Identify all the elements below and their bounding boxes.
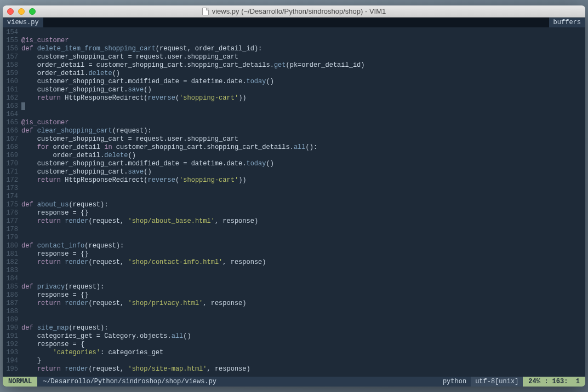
code-line[interactable] — [21, 267, 585, 275]
code-line[interactable]: def delete_item_from_shopping_cart(reque… — [21, 45, 585, 53]
code-line[interactable] — [21, 275, 585, 283]
code-line[interactable] — [21, 308, 585, 316]
token: response = { — [21, 341, 84, 348]
line-number: 155 — [4, 37, 18, 45]
line-number: 177 — [4, 217, 18, 226]
token: def — [21, 242, 37, 250]
code-line[interactable]: order_detail.delete() — [21, 70, 585, 78]
line-number: 179 — [4, 234, 18, 242]
token: order_detail — [49, 143, 104, 151]
code-line[interactable]: def contact_info(request): — [21, 242, 585, 250]
code-line[interactable]: return render(request, 'shop/contact-inf… — [21, 258, 585, 267]
line-number: 161 — [4, 86, 18, 94]
code-line[interactable]: customer_shopping_cart.save() — [21, 86, 585, 94]
token: customer_shopping_cart. — [21, 168, 128, 176]
code-line[interactable]: customer_shopping_cart = request.user.sh… — [21, 135, 585, 143]
line-number: 193 — [4, 349, 18, 357]
tabline-buffers[interactable]: buffers — [549, 18, 585, 27]
token: contact_info — [37, 242, 84, 250]
token: (request, order_detail_id): — [156, 45, 262, 53]
token: () — [183, 332, 191, 340]
line-number: 162 — [4, 94, 18, 102]
code-line[interactable]: @is_customer — [21, 37, 585, 45]
zoom-button[interactable] — [29, 8, 36, 15]
code-line[interactable]: order_detail.delete() — [21, 152, 585, 160]
line-number: 182 — [4, 258, 18, 267]
code-line[interactable] — [21, 316, 585, 324]
code-line[interactable]: return HttpResponseRedirect(reverse('sho… — [21, 94, 585, 102]
line-number: 169 — [4, 152, 18, 160]
code-line[interactable]: def privacy(request): — [21, 283, 585, 291]
token: def — [21, 45, 37, 53]
token: return — [37, 94, 61, 102]
token: 'shop/contact-info.html' — [128, 258, 222, 266]
minimize-button[interactable] — [18, 8, 25, 15]
code-line[interactable]: customer_shopping_cart.modified_date = d… — [21, 78, 585, 86]
editor-window: views.py (~/Desarrollo/Python/sindroshop… — [3, 5, 585, 387]
line-number: 175 — [4, 201, 18, 209]
line-number: 195 — [4, 365, 18, 373]
code-line[interactable]: order_detail = customer_shopping_cart.sh… — [21, 61, 585, 70]
token: () — [266, 78, 273, 85]
token: customer_shopping_cart.shopping_cart_det… — [112, 143, 294, 151]
token: (request): — [68, 201, 108, 209]
code-line[interactable] — [21, 193, 585, 201]
code-line[interactable]: customer_shopping_cart.modified_date = d… — [21, 160, 585, 168]
code-line[interactable]: response = {} — [21, 250, 585, 258]
token: reverse — [147, 176, 175, 184]
token: save — [128, 86, 144, 94]
status-mode: NORMAL — [3, 377, 37, 387]
code-line[interactable]: response = { — [21, 341, 585, 349]
code-line[interactable]: customer_shopping_cart.save() — [21, 168, 585, 176]
code-line[interactable]: return render(request, 'shop/site-map.ht… — [21, 365, 585, 373]
close-button[interactable] — [7, 8, 14, 15]
code-line[interactable]: 'categories': categories_get — [21, 349, 585, 357]
code-line[interactable]: return render(request, 'shop/privacy.htm… — [21, 299, 585, 308]
token: def — [21, 324, 37, 332]
code-line[interactable]: def about_us(request): — [21, 201, 585, 209]
token: today — [246, 160, 266, 168]
code-line[interactable] — [21, 102, 585, 111]
code-line[interactable] — [21, 185, 585, 193]
token — [21, 176, 37, 184]
code-line[interactable]: response = {} — [21, 209, 585, 217]
code-line[interactable]: def site_map(request): — [21, 324, 585, 332]
code-line[interactable]: return HttpResponseRedirect(reverse('sho… — [21, 176, 585, 185]
code-line[interactable]: categories_get = Category.objects.all() — [21, 332, 585, 341]
code-area[interactable]: @is_customerdef delete_item_from_shoppin… — [21, 27, 585, 377]
editor-area[interactable]: 1541551561571581591601611621631641651661… — [3, 27, 585, 377]
line-number: 192 — [4, 341, 18, 349]
token: return — [37, 299, 61, 307]
token: : categories_get — [100, 349, 163, 356]
token: (request, — [88, 217, 128, 225]
token: (request, — [88, 299, 128, 307]
window-title-wrap: views.py (~/Desarrollo/Python/sindroshop… — [3, 7, 585, 15]
code-line[interactable]: } — [21, 357, 585, 365]
token: (request, — [88, 258, 128, 266]
token: 'shopping-cart' — [179, 94, 238, 102]
line-number: 189 — [4, 316, 18, 324]
token: )) — [238, 176, 246, 184]
token: customer_shopping_cart.modified_date = d… — [21, 78, 246, 85]
token — [21, 217, 37, 225]
file-icon — [202, 8, 209, 15]
code-line[interactable]: for order_detail in customer_shopping_ca… — [21, 143, 585, 152]
token: def — [21, 127, 37, 135]
code-line[interactable] — [21, 28, 585, 37]
tab-active[interactable]: views.py — [3, 18, 43, 27]
code-line[interactable]: def clear_shopping_cart(request): — [21, 127, 585, 135]
code-line[interactable]: customer_shopping_cart = request.user.sh… — [21, 53, 585, 61]
line-number: 190 — [4, 324, 18, 332]
code-line[interactable]: return render(request, 'shop/about_base.… — [21, 217, 585, 226]
code-line[interactable] — [21, 234, 585, 242]
token: 'shop/about_base.html' — [128, 217, 214, 225]
line-number: 167 — [4, 135, 18, 143]
line-number: 171 — [4, 168, 18, 176]
code-line[interactable]: response = {} — [21, 291, 585, 299]
code-line[interactable] — [21, 111, 585, 119]
token: order_detail = customer_shopping_cart.sh… — [21, 61, 274, 69]
token: customer_shopping_cart = request.user.sh… — [21, 53, 238, 61]
code-line[interactable]: @is_customer — [21, 119, 585, 127]
line-number: 184 — [4, 275, 18, 283]
code-line[interactable] — [21, 226, 585, 234]
